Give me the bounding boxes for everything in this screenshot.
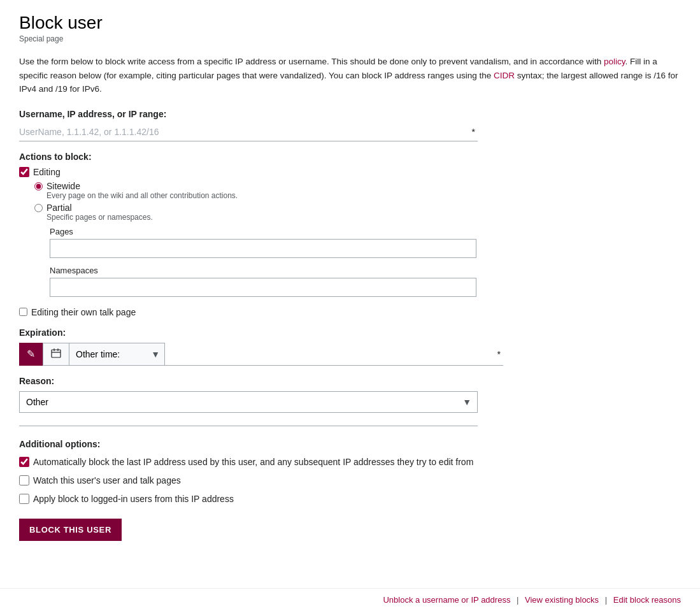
reason-section: Reason: Other Vandalism Spam Harassment … bbox=[19, 376, 681, 413]
policy-link[interactable]: policy bbox=[604, 57, 625, 66]
partial-label[interactable]: Partial bbox=[46, 203, 153, 213]
namespaces-label: Namespaces bbox=[50, 266, 681, 275]
page-subtitle: Special page bbox=[19, 34, 681, 43]
editing-own-talk-row: Editing their own talk page bbox=[19, 307, 681, 317]
expiration-time-input[interactable] bbox=[165, 343, 503, 366]
expiration-row: ✎ Other time: 1 hour 2 hours 1 day 3 day… bbox=[19, 343, 503, 366]
watch-pages-label[interactable]: Watch this user's user and talk pages bbox=[33, 474, 181, 487]
expiration-pencil-btn[interactable]: ✎ bbox=[19, 343, 43, 366]
autoblock-option: Automatically block the last IP address … bbox=[19, 456, 681, 469]
reason-label: Reason: bbox=[19, 376, 681, 386]
sitewide-label[interactable]: Sitewide bbox=[46, 181, 238, 191]
username-input-wrap: * bbox=[19, 123, 478, 141]
logged-in-label[interactable]: Apply block to logged-in users from this… bbox=[33, 492, 234, 506]
watch-pages-option: Watch this user's user and talk pages bbox=[19, 474, 681, 487]
expiration-section: Expiration: ✎ Other time: 1 hour 2 hours… bbox=[19, 327, 681, 366]
partial-radio-row: Partial Specific pages or namespaces. bbox=[34, 203, 681, 222]
username-required-star: * bbox=[472, 127, 475, 137]
sitewide-sublabel: Every page on the wiki and all other con… bbox=[46, 191, 238, 200]
autoblock-checkbox[interactable] bbox=[19, 457, 29, 467]
expiration-time-input-wrap: * bbox=[165, 343, 503, 366]
pencil-icon: ✎ bbox=[27, 348, 35, 360]
editing-own-talk-label[interactable]: Editing their own talk page bbox=[31, 307, 136, 317]
expiration-calendar-btn[interactable] bbox=[43, 343, 69, 366]
editing-own-talk-checkbox[interactable] bbox=[19, 308, 27, 316]
partial-fields: Pages Namespaces bbox=[50, 227, 681, 305]
username-section: Username, IP address, or IP range: * bbox=[19, 109, 681, 141]
sitewide-radio-row: Sitewide Every page on the wiki and all … bbox=[34, 181, 681, 200]
svg-rect-0 bbox=[52, 350, 61, 357]
autoblock-label[interactable]: Automatically block the last IP address … bbox=[33, 456, 473, 469]
expiration-select[interactable]: Other time: 1 hour 2 hours 1 day 3 days … bbox=[69, 343, 165, 366]
editing-label[interactable]: Editing bbox=[33, 167, 61, 177]
actions-section: Actions to block: Editing Sitewide Every… bbox=[19, 152, 681, 317]
additional-options-section: Additional options: Automatically block … bbox=[19, 439, 681, 506]
username-input[interactable] bbox=[19, 123, 478, 141]
pages-input[interactable] bbox=[50, 239, 476, 258]
logged-in-checkbox[interactable] bbox=[19, 494, 29, 504]
additional-options-label: Additional options: bbox=[19, 439, 681, 449]
username-label: Username, IP address, or IP range: bbox=[19, 109, 681, 119]
sitewide-radio[interactable] bbox=[34, 182, 43, 190]
block-this-user-button[interactable]: BLOCK THIS USER bbox=[19, 519, 122, 541]
pages-label: Pages bbox=[50, 227, 681, 236]
expiration-label: Expiration: bbox=[19, 327, 681, 338]
namespaces-input[interactable] bbox=[50, 278, 476, 297]
watch-pages-checkbox[interactable] bbox=[19, 475, 29, 485]
divider bbox=[19, 426, 478, 426]
reason-select[interactable]: Other Vandalism Spam Harassment Block ev… bbox=[19, 391, 478, 413]
actions-label: Actions to block: bbox=[19, 152, 681, 162]
partial-radio[interactable] bbox=[34, 204, 43, 212]
page-description: Use the form below to block write access… bbox=[19, 55, 681, 96]
editing-checkbox-row: Editing bbox=[19, 167, 681, 177]
calendar-icon bbox=[51, 348, 61, 361]
reason-select-wrap: Other Vandalism Spam Harassment Block ev… bbox=[19, 391, 478, 413]
expiration-required-star: * bbox=[497, 349, 501, 359]
partial-sublabel: Specific pages or namespaces. bbox=[46, 213, 153, 222]
cidr-link[interactable]: CIDR bbox=[494, 71, 515, 80]
editing-checkbox[interactable] bbox=[19, 167, 29, 177]
page-title: Block user bbox=[19, 13, 681, 33]
expiration-select-wrap: Other time: 1 hour 2 hours 1 day 3 days … bbox=[69, 343, 165, 366]
block-scope-group: Sitewide Every page on the wiki and all … bbox=[34, 181, 681, 222]
logged-in-option: Apply block to logged-in users from this… bbox=[19, 492, 681, 506]
